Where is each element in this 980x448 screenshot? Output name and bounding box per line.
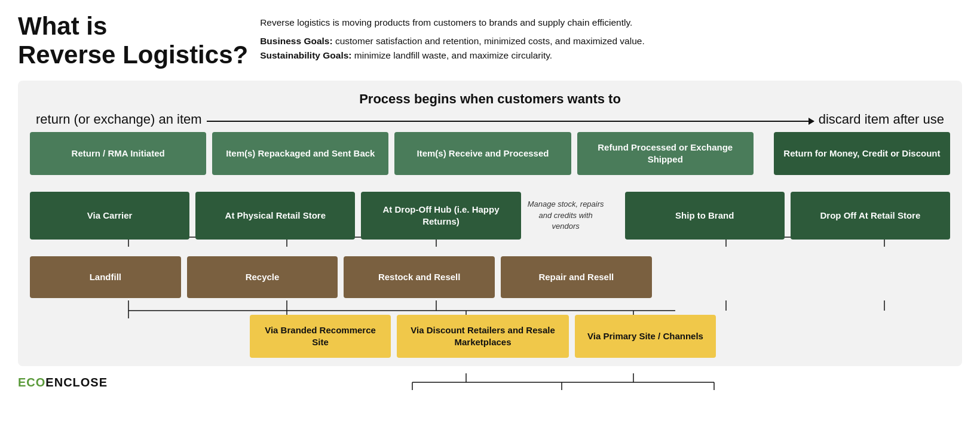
spacer2 (611, 192, 619, 240)
spacer4 (672, 256, 950, 298)
desc-line2: Business Goals: customer satisfaction an… (260, 34, 962, 62)
box-primary: Via Primary Site / Channels (575, 315, 715, 358)
box-repair: Repair and Resell (501, 256, 652, 298)
title-block: What is Reverse Logistics? (18, 12, 248, 70)
spacer3 (658, 256, 666, 298)
row1-boxes: Return / RMA Initiated Item(s) Repackage… (30, 132, 950, 175)
spacer7 (736, 315, 950, 358)
box-discount: Via Discount Retailers and Resale Market… (397, 315, 569, 358)
diagram-title: Process begins when customers wants to (30, 91, 950, 107)
title-line2: Reverse Logistics? (18, 41, 248, 69)
box-received: Item(s) Receive and Processed (394, 132, 571, 175)
spacer-r1r2 (30, 175, 950, 192)
arrow-line (207, 121, 814, 122)
description-block: Reverse logistics is moving products fro… (248, 12, 962, 67)
logo-enclose: ENCLOSE (45, 376, 108, 389)
box-dropoff-hub: At Drop-Off Hub (i.e. Happy Returns) (361, 192, 520, 240)
desc3-prefix: Sustainability Goals: (260, 50, 354, 60)
spacer5 (30, 315, 244, 358)
box-recycle: Recycle (187, 256, 338, 298)
box-return-money: Return for Money, Credit or Discount (774, 132, 950, 175)
note-text: Manage stock, repairs and credits with v… (527, 199, 605, 232)
return-label: return (or exchange) an item (30, 112, 202, 127)
top-labels-row: return (or exchange) an item discard ite… (30, 112, 950, 127)
row4-boxes: Via Branded Recommerce Site Via Discount… (30, 315, 950, 358)
page: What is Reverse Logistics? Reverse logis… (0, 0, 980, 448)
box-physical: At Physical Retail Store (195, 192, 355, 240)
desc1-text: Reverse logistics is moving products fro… (260, 17, 632, 27)
title-line1: What is (18, 12, 107, 40)
footer-logo: ECOENCLOSE (18, 376, 108, 389)
discard-label: discard item after use (819, 112, 950, 127)
box-repackaged: Item(s) Repackaged and Sent Back (212, 132, 388, 175)
note-box: Manage stock, repairs and credits with v… (527, 192, 605, 240)
box-ship-brand: Ship to Brand (625, 192, 785, 240)
box-carrier: Via Carrier (30, 192, 189, 240)
page-title: What is Reverse Logistics? (18, 12, 248, 70)
desc-line1: Reverse logistics is moving products fro… (260, 16, 962, 29)
desc2-prefix: Business Goals: (260, 36, 335, 46)
box-branded: Via Branded Recommerce Site (250, 315, 390, 358)
spacer-r2r3 (30, 240, 950, 256)
header: What is Reverse Logistics? Reverse logis… (18, 12, 962, 70)
spacer6 (722, 315, 730, 358)
row3-boxes: Landfill Recycle Restock and Resell Repa… (30, 256, 950, 298)
desc3-content: minimize landfill waste, and maximize ci… (354, 50, 552, 60)
box-rma: Return / RMA Initiated (30, 132, 206, 175)
box-refund: Refund Processed or Exchange Shipped (577, 132, 754, 175)
footer: ECOENCLOSE (18, 371, 962, 389)
spacer (760, 132, 768, 175)
diagram-container: Process begins when customers wants to r… (18, 81, 962, 366)
logo-eco: ECO (18, 376, 45, 389)
spacer-r3r4 (30, 298, 950, 315)
box-landfill: Landfill (30, 256, 181, 298)
box-restock: Restock and Resell (344, 256, 495, 298)
row2-boxes: Via Carrier At Physical Retail Store At … (30, 192, 950, 240)
desc2-content: customer satisfaction and retention, min… (335, 36, 645, 46)
box-dropoff-retail: Drop Off At Retail Store (791, 192, 950, 240)
